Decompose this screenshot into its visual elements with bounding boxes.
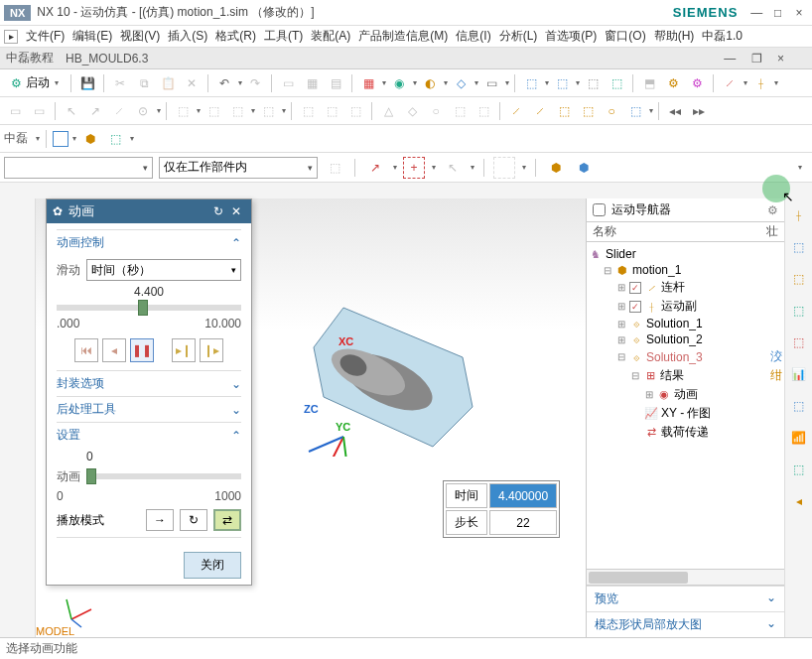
tree-xy[interactable]: 📈 XY - 作图	[589, 404, 782, 423]
t2-icon-1[interactable]: ▭	[4, 100, 26, 122]
tool-icon-15[interactable]: ⟋	[719, 72, 741, 94]
mode-once-button[interactable]: →	[146, 509, 174, 531]
tool-icon-16[interactable]: ⟊	[749, 72, 771, 94]
rail-icon-9[interactable]: ⬚	[790, 461, 808, 478]
menu-window[interactable]: 窗口(O)	[605, 28, 645, 45]
menu-view[interactable]: 视图(V)	[120, 28, 160, 45]
first-frame-button[interactable]: ⏮	[74, 338, 98, 362]
t2-icon-7[interactable]: ⬚	[172, 100, 194, 122]
t2-icon-4[interactable]: ↗	[84, 100, 106, 122]
t2-icon-3[interactable]: ↖	[61, 100, 82, 122]
tree-root[interactable]: ♞ Slider	[589, 246, 782, 262]
t4-surf-icon[interactable]: ⬚	[104, 128, 126, 150]
menu-file[interactable]: 文件(F)	[26, 28, 65, 45]
minimize-button[interactable]: —	[747, 6, 765, 20]
tree-motion1[interactable]: ⊟ ⬢ motion_1	[589, 262, 782, 278]
menu-pmi[interactable]: 产品制造信息(M)	[358, 28, 448, 45]
t2-icon-15[interactable]: ◇	[401, 100, 423, 122]
tool-icon-10[interactable]: ⬚	[582, 72, 604, 94]
t2-icon-17[interactable]: ⬚	[449, 100, 471, 122]
t2-icon-14[interactable]: △	[377, 100, 399, 122]
tab-tutorial[interactable]: 中磊教程	[6, 50, 54, 66]
menu-analysis[interactable]: 分析(L)	[499, 28, 538, 45]
time-slider[interactable]	[57, 305, 241, 311]
t5-icon-2[interactable]: ↗	[364, 157, 386, 179]
menu-prefs[interactable]: 首选项(P)	[545, 28, 597, 45]
menu-assembly[interactable]: 装配(A)	[311, 28, 350, 45]
rail-icon-7[interactable]: ⬚	[790, 397, 808, 415]
t2-icon-12[interactable]: ⬚	[321, 100, 342, 122]
t2-icon-9[interactable]: ⬚	[226, 100, 248, 122]
nav-checkbox[interactable]	[593, 203, 606, 216]
t5-icon-5[interactable]	[493, 157, 515, 179]
tree-anim[interactable]: ⊞ ◉ 动画	[589, 385, 782, 404]
doc-min[interactable]: —	[724, 52, 736, 66]
tool-icon-8[interactable]: ⬚	[520, 72, 542, 94]
prev-frame-button[interactable]: ◂	[102, 338, 126, 362]
combo-1[interactable]: ▾	[4, 157, 153, 179]
menu-edit[interactable]: 编辑(E)	[72, 28, 112, 45]
t2-icon-21[interactable]: ⬚	[553, 100, 575, 122]
grid-icon[interactable]: ▦	[357, 72, 379, 94]
t2-icon-26[interactable]: ▸▸	[688, 100, 710, 122]
tree-sol2[interactable]: ⊞ ⟐ Solution_2	[589, 331, 782, 347]
t4-cube-icon[interactable]: ⬢	[79, 128, 101, 150]
mode-pingpong-button[interactable]: ⇄	[213, 509, 241, 531]
copy-icon[interactable]: ⧉	[133, 72, 155, 94]
t2-icon-24[interactable]: ⬚	[624, 100, 646, 122]
t2-icon-16[interactable]: ○	[425, 100, 447, 122]
t2-icon-13[interactable]: ⬚	[344, 100, 366, 122]
tool-icon-12[interactable]: ⬒	[638, 72, 660, 94]
rail-icon-8[interactable]: 📶	[790, 429, 808, 447]
tree-load[interactable]: ⇄ 载荷传递	[589, 423, 782, 442]
t2-icon-23[interactable]: ○	[601, 100, 622, 122]
t5-icon-6[interactable]: ⬢	[545, 157, 567, 179]
close-button[interactable]: 关闭	[184, 552, 241, 579]
menu-plugin[interactable]: 中磊1.0	[702, 28, 743, 45]
tool-icon-1[interactable]: ▭	[277, 72, 299, 94]
rail-icon-4[interactable]: ⬚	[790, 302, 808, 320]
t2-icon-19[interactable]: ⟋	[505, 100, 527, 122]
sec-post[interactable]: 后处理工具 ⌄	[57, 396, 241, 422]
tool-icon-14[interactable]: ⚙	[686, 72, 708, 94]
t2-icon-20[interactable]: ⟋	[529, 100, 551, 122]
tool-icon-2[interactable]: ▦	[301, 72, 323, 94]
t2-icon-6[interactable]: ⊙	[132, 100, 154, 122]
tree-links[interactable]: ⊞✓ ⟋ 连杆	[589, 278, 782, 297]
tab-mould[interactable]: HB_MOULD6.3	[66, 52, 148, 66]
t2-icon-10[interactable]: ⬚	[257, 100, 279, 122]
maximize-button[interactable]: □	[769, 6, 787, 20]
menu-tools[interactable]: 工具(T)	[264, 28, 303, 45]
tool-icon-9[interactable]: ⬚	[551, 72, 573, 94]
anim-close-icon[interactable]: ✕	[227, 204, 245, 218]
pause-button[interactable]: ❚❚	[130, 338, 154, 362]
sec-anim-control[interactable]: 动画控制 ⌃	[57, 229, 241, 255]
t2-icon-5[interactable]: ⟋	[108, 100, 130, 122]
anim-header[interactable]: ✿ 动画 ↻ ✕	[47, 199, 251, 223]
doc-close[interactable]: ×	[777, 52, 784, 66]
play-button[interactable]: ▸❙	[172, 338, 196, 362]
rail-icon-6[interactable]: 📊	[790, 365, 808, 383]
doc-menu-icon[interactable]: ▸	[4, 30, 18, 44]
t5-icon-1[interactable]: ⬚	[324, 157, 345, 179]
t2-icon-18[interactable]: ⬚	[473, 100, 494, 122]
nav-tree[interactable]: ♞ Slider ⊟ ⬢ motion_1 ⊞✓ ⟋ 连杆 ⊞✓ ⟊ 运动副 ⊞…	[587, 242, 784, 569]
nav-gear-icon[interactable]: ⚙	[767, 203, 778, 217]
tree-sol1[interactable]: ⊞ ⟐ Solution_1	[589, 316, 782, 331]
t2-icon-11[interactable]: ⬚	[297, 100, 319, 122]
nav-preview[interactable]: 预览⌄	[587, 586, 784, 611]
t5-icon-4[interactable]: ↖	[442, 157, 464, 179]
last-frame-button[interactable]: ❙▸	[200, 338, 223, 362]
tool-icon-5[interactable]: ◐	[419, 72, 441, 94]
menu-help[interactable]: 帮助(H)	[654, 28, 695, 45]
tool-icon-7[interactable]: ▭	[480, 72, 502, 94]
nav-modeshape[interactable]: 模态形状局部放大图⌄	[587, 611, 784, 637]
time-unit-select[interactable]: 时间（秒） ▾	[86, 259, 241, 281]
info-step-value[interactable]: 22	[489, 510, 557, 535]
rail-icon-10[interactable]: ◂	[790, 492, 808, 510]
tool-icon-6[interactable]: ◇	[450, 72, 472, 94]
start-button[interactable]: ⚙ 启动 ▾	[4, 71, 66, 94]
tree-sol3[interactable]: ⊟ ⟐ Solution_3 洨	[589, 347, 782, 366]
mode-loop-button[interactable]: ↻	[180, 509, 207, 531]
combo-workpart[interactable]: 仅在工作部件内▾	[159, 157, 318, 179]
